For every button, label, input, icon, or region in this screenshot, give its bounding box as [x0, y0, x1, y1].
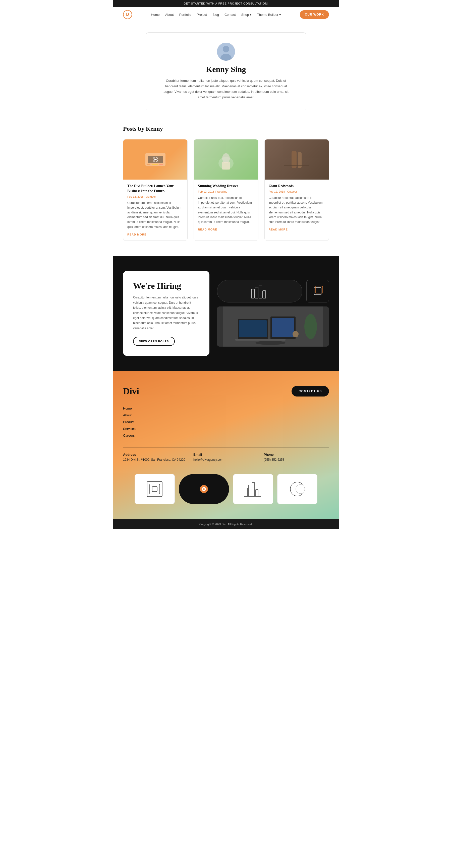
- author-avatar: [217, 43, 235, 61]
- svg-rect-33: [150, 484, 160, 494]
- nav-logo[interactable]: D: [123, 10, 132, 19]
- nav-home[interactable]: Home: [151, 13, 160, 17]
- footer-nav-product[interactable]: Product: [123, 420, 329, 424]
- post-excerpt-3: Curabitur arcu erat, accumsan id imperdi…: [269, 196, 325, 224]
- author-card: Kenny Sing Curabitur fermentum nulla non…: [146, 32, 306, 110]
- hiring-title: We're Hiring: [133, 281, 199, 291]
- footer-email: Email hello@diviagency.com: [193, 453, 259, 462]
- svg-point-28: [255, 341, 285, 345]
- footer-nav-careers[interactable]: Careers: [123, 434, 329, 437]
- post-img-2: [194, 140, 258, 180]
- post-body-3: Giant Redwoods Feb 12, 2018 | Outdoor Cu…: [265, 180, 329, 236]
- svg-rect-16: [251, 289, 254, 298]
- svg-rect-7: [147, 164, 150, 165]
- svg-rect-17: [255, 287, 258, 298]
- post-date-1: Feb 12, 2018 | Outdoor: [127, 195, 183, 198]
- post-img-1: [123, 140, 187, 180]
- post-img-3: [265, 140, 329, 180]
- svg-rect-32: [147, 482, 162, 497]
- top-banner-text: GET STARTED WITH A FREE PROJECT CONSULTA…: [183, 2, 269, 5]
- footer-nav: Home About Product Services Careers: [123, 406, 329, 437]
- svg-rect-20: [314, 288, 321, 295]
- post-body-1: The Divi Builder. Launch Your Business I…: [123, 180, 187, 240]
- svg-rect-34: [152, 487, 157, 492]
- footer-contact-row: Address 1234 Divi St. #1000, San Francis…: [123, 453, 329, 462]
- view-open-roles-button[interactable]: VIEW OPEN ROLES: [133, 337, 175, 346]
- read-more-3[interactable]: READ MORE: [269, 228, 288, 231]
- read-more-2[interactable]: READ MORE: [198, 228, 217, 231]
- svg-rect-30: [293, 335, 298, 337]
- post-title-3: Giant Redwoods: [269, 184, 325, 189]
- deco-nested-squares: [135, 474, 175, 504]
- deco-dot-line: [179, 474, 229, 504]
- post-body-2: Stunning Wedding Dresses Feb 12, 2018 | …: [194, 180, 258, 236]
- svg-rect-18: [259, 285, 262, 298]
- our-work-button[interactable]: OUR WORK: [300, 10, 329, 19]
- svg-rect-19: [263, 291, 266, 298]
- svg-rect-27: [235, 339, 285, 341]
- email-label: Email: [193, 453, 259, 457]
- deco-grid-chart: [233, 474, 273, 504]
- nav-blog[interactable]: Blog: [213, 13, 219, 17]
- nav-about[interactable]: About: [165, 13, 174, 17]
- hiring-desc: Curabitur fermentum nulla non justo aliq…: [133, 295, 199, 331]
- svg-rect-24: [239, 320, 267, 337]
- deco-crescent: [277, 474, 317, 504]
- navbar: D Home About Portfolio Project Blog Cont…: [113, 7, 339, 22]
- logo-circle: D: [123, 10, 132, 19]
- posts-title: Posts by Kenny: [123, 125, 329, 132]
- hiring-workspace-image: [217, 307, 329, 347]
- post-date-2: Feb 12, 2018 | Wedding: [198, 190, 254, 193]
- svg-rect-8: [152, 164, 158, 165]
- footer-nav-home[interactable]: Home: [123, 406, 329, 410]
- post-excerpt-1: Curabitur arcu erat, accumsan id imperdi…: [127, 200, 183, 229]
- svg-point-1: [223, 46, 229, 53]
- footer-decorative: [123, 474, 329, 504]
- nav-contact[interactable]: Contact: [225, 13, 236, 17]
- contact-us-button[interactable]: CONTACT US: [291, 386, 329, 397]
- svg-rect-9: [159, 164, 163, 165]
- footer-address: Address 1234 Divi St. #1000, San Francis…: [123, 453, 188, 462]
- copyright-text: Copyright © 2023 Divi. All Rights Reserv…: [199, 523, 253, 526]
- phone-label: Phone: [264, 453, 329, 457]
- post-card-1: The Divi Builder. Launch Your Business I…: [123, 139, 188, 241]
- nav-portfolio[interactable]: Portfolio: [179, 13, 191, 17]
- nav-themebuilder[interactable]: Theme Builder ▾: [257, 13, 281, 17]
- svg-rect-12: [222, 162, 230, 169]
- hiring-icons-row: [217, 280, 329, 303]
- svg-rect-26: [272, 318, 294, 337]
- address-value: 1234 Divi St. #1000, San Francisco, CA 9…: [123, 458, 188, 462]
- svg-rect-40: [249, 485, 251, 496]
- svg-rect-41: [252, 483, 255, 496]
- svg-point-45: [295, 484, 305, 494]
- author-name: Kenny Sing: [161, 65, 291, 74]
- footer-copyright: Copyright © 2023 Divi. All Rights Reserv…: [113, 519, 339, 529]
- footer: Divi CONTACT US Home About Product Servi…: [113, 371, 339, 519]
- nav-project[interactable]: Project: [197, 13, 207, 17]
- grid-icon-pill: [217, 280, 302, 303]
- post-title-1: The Divi Builder. Launch Your Business I…: [127, 184, 183, 193]
- hiring-section: We're Hiring Curabitur fermentum nulla n…: [113, 256, 339, 371]
- posts-section: Posts by Kenny The Divi Builder. Launch …: [113, 120, 339, 255]
- post-card-3: Giant Redwoods Feb 12, 2018 | Outdoor Cu…: [264, 139, 329, 241]
- top-banner: GET STARTED WITH A FREE PROJECT CONSULTA…: [113, 0, 339, 7]
- footer-nav-services[interactable]: Services: [123, 427, 329, 431]
- footer-nav-about[interactable]: About: [123, 413, 329, 417]
- cube-icon-box: [306, 280, 329, 303]
- nav-shop[interactable]: Shop ▾: [241, 13, 252, 17]
- read-more-1[interactable]: READ MORE: [127, 233, 146, 236]
- posts-grid: The Divi Builder. Launch Your Business I…: [123, 139, 329, 241]
- author-section: Kenny Sing Curabitur fermentum nulla non…: [113, 22, 339, 120]
- svg-rect-21: [316, 286, 323, 293]
- post-excerpt-2: Curabitur arcu erat, accumsan id imperdi…: [198, 196, 254, 224]
- footer-phone: Phone (255) 352-6258: [264, 453, 329, 462]
- post-card-2: Stunning Wedding Dresses Feb 12, 2018 | …: [194, 139, 258, 241]
- author-bio: Curabitur fermentum nulla non justo aliq…: [161, 78, 291, 100]
- address-label: Address: [123, 453, 188, 457]
- post-date-3: Feb 12, 2018 | Outdoor: [269, 190, 325, 193]
- post-title-2: Stunning Wedding Dresses: [198, 184, 254, 189]
- phone-value: (255) 352-6258: [264, 458, 329, 462]
- hiring-visuals: [217, 280, 329, 347]
- email-value: hello@diviagency.com: [193, 458, 259, 462]
- footer-top: Divi CONTACT US: [123, 386, 329, 397]
